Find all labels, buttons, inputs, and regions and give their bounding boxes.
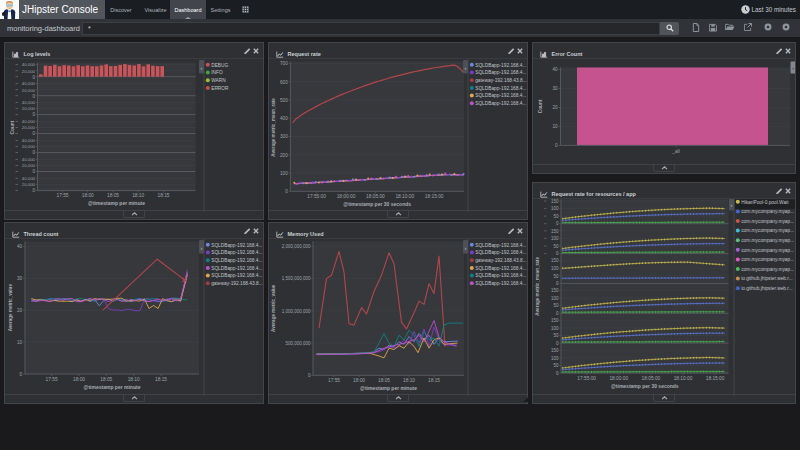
svg-text:INFO: INFO <box>211 70 223 75</box>
svg-text:0: 0 <box>556 251 559 256</box>
svg-text:gateway-192.168.43.8...: gateway-192.168.43.8... <box>475 258 526 263</box>
svg-text:150: 150 <box>551 288 559 293</box>
svg-text:18:10: 18:10 <box>132 193 144 198</box>
svg-text:Average metric_value: Average metric_value <box>8 284 13 332</box>
svg-text:100: 100 <box>551 356 559 361</box>
svg-text:40,000: 40,000 <box>22 62 36 67</box>
svg-text:17:55: 17:55 <box>46 377 58 382</box>
svg-text:@timestamp per minute: @timestamp per minute <box>84 384 141 390</box>
svg-text:40,000: 40,000 <box>22 157 36 162</box>
svg-text:0: 0 <box>308 373 311 378</box>
svg-text:›: › <box>731 202 733 208</box>
svg-text:17:55: 17:55 <box>328 378 340 383</box>
svg-text:@timestamp per minute: @timestamp per minute <box>360 385 417 391</box>
svg-text:0: 0 <box>32 94 35 99</box>
svg-text:@timestamp per 30 seconds: @timestamp per 30 seconds <box>343 201 411 207</box>
svg-text:17:55:00: 17:55:00 <box>307 194 326 199</box>
svg-text:20,000: 20,000 <box>22 182 36 187</box>
svg-text:18:10: 18:10 <box>403 378 415 383</box>
svg-text:SQLDBapp-192.168.4...: SQLDBapp-192.168.4... <box>475 266 526 271</box>
svg-text:0: 0 <box>556 341 559 346</box>
svg-text:io.github.jhipster.web.r...: io.github.jhipster.web.r... <box>741 286 792 291</box>
svg-text:400: 400 <box>280 116 288 121</box>
svg-text:40: 40 <box>552 67 558 72</box>
svg-text:SQLDBapp-192.168.4...: SQLDBapp-192.168.4... <box>475 243 526 248</box>
svg-text:20,000: 20,000 <box>22 69 36 74</box>
svg-text:0: 0 <box>32 188 35 193</box>
svg-text:18:10:00: 18:10:00 <box>395 194 414 199</box>
svg-text:com.mycompany.myap...: com.mycompany.myap... <box>741 257 794 262</box>
svg-text:_all: _all <box>671 149 679 154</box>
svg-text:HikariPool-0.pool.Wait: HikariPool-0.pool.Wait <box>741 200 789 205</box>
svg-text:20,000: 20,000 <box>22 88 36 93</box>
svg-text:150: 150 <box>551 229 559 234</box>
svg-text:1,000,000,000: 1,000,000,000 <box>282 309 311 314</box>
svg-text:50: 50 <box>553 274 559 279</box>
svg-text:18:10: 18:10 <box>128 377 140 382</box>
svg-text:gateway-192.168.43.8...: gateway-192.168.43.8... <box>475 78 526 83</box>
svg-text:18:15: 18:15 <box>428 378 440 383</box>
svg-text:0: 0 <box>19 372 22 377</box>
svg-text:18:00: 18:00 <box>73 377 85 382</box>
svg-text:100: 100 <box>280 171 288 176</box>
svg-text:ERROR: ERROR <box>211 86 229 91</box>
svg-text:›: › <box>201 245 203 251</box>
svg-text:100: 100 <box>551 206 559 211</box>
svg-text:2,000,000,000: 2,000,000,000 <box>282 244 311 249</box>
svg-text:18:00: 18:00 <box>353 378 365 383</box>
svg-text:com.mycompany.myap...: com.mycompany.myap... <box>741 209 794 214</box>
svg-text:SQLDBapp-192.168.4...: SQLDBapp-192.168.4... <box>475 250 526 255</box>
svg-text:40,000: 40,000 <box>22 81 36 86</box>
svg-text:SQLDBapp-192.168.4...: SQLDBapp-192.168.4... <box>475 273 526 278</box>
svg-text:20,000: 20,000 <box>22 144 36 149</box>
svg-text:SQLDBapp-192.168.4...: SQLDBapp-192.168.4... <box>475 86 526 91</box>
svg-text:10: 10 <box>552 124 558 129</box>
svg-text:18:00:00: 18:00:00 <box>609 376 628 381</box>
svg-text:com.mycompany.myap...: com.mycompany.myap... <box>741 267 794 272</box>
svg-text:Average metric_value: Average metric_value <box>271 284 276 332</box>
svg-text:1,500,000,000: 1,500,000,000 <box>282 276 311 281</box>
svg-text:18:10:00: 18:10:00 <box>674 376 693 381</box>
svg-text:SQLDBapp-192.168.4...: SQLDBapp-192.168.4... <box>475 63 526 68</box>
svg-text:100: 100 <box>551 266 559 271</box>
svg-text:18:05:00: 18:05:00 <box>642 376 661 381</box>
svg-text:18:00: 18:00 <box>82 193 94 198</box>
svg-text:0: 0 <box>556 221 559 226</box>
svg-text:150: 150 <box>551 318 559 323</box>
svg-text:0: 0 <box>556 371 559 376</box>
svg-text:30: 30 <box>552 86 558 91</box>
svg-text:600: 600 <box>280 80 288 85</box>
svg-text:WARN: WARN <box>211 78 226 83</box>
svg-text:20: 20 <box>552 105 558 110</box>
svg-text:20,000: 20,000 <box>22 106 36 111</box>
svg-text:SQLDBapp-192.168.4...: SQLDBapp-192.168.4... <box>475 281 526 286</box>
svg-text:40,000: 40,000 <box>22 119 36 124</box>
svg-text:0: 0 <box>556 311 559 316</box>
svg-text:SQLDBapp-192.168.4...: SQLDBapp-192.168.4... <box>475 93 526 98</box>
svg-text:20,000: 20,000 <box>22 125 36 130</box>
svg-text:Average metric_mean_rate: Average metric_mean_rate <box>535 257 540 316</box>
svg-text:50: 50 <box>553 244 559 249</box>
svg-text:0: 0 <box>32 169 35 174</box>
svg-text:@timestamp per minute: @timestamp per minute <box>88 200 145 206</box>
svg-text:700: 700 <box>280 61 288 66</box>
svg-text:›: › <box>465 245 467 251</box>
svg-text:150: 150 <box>551 258 559 263</box>
svg-text:SQLDBapp-192.168.4...: SQLDBapp-192.168.4... <box>211 243 262 248</box>
svg-text:40,000: 40,000 <box>22 138 36 143</box>
svg-text:50: 50 <box>553 363 559 368</box>
svg-text:com.mycompany.myap...: com.mycompany.myap... <box>741 248 794 253</box>
svg-text:18:15:00: 18:15:00 <box>425 194 444 199</box>
svg-text:500,000,000: 500,000,000 <box>285 341 311 346</box>
svg-text:0: 0 <box>32 131 35 136</box>
svg-text:18:05: 18:05 <box>107 193 119 198</box>
svg-text:50: 50 <box>553 214 559 219</box>
svg-text:‹: ‹ <box>792 65 794 71</box>
svg-text:20,000: 20,000 <box>22 163 36 168</box>
svg-text:0: 0 <box>32 150 35 155</box>
svg-text:18:15: 18:15 <box>157 193 169 198</box>
svg-text:SQLDBapp-192.168.4...: SQLDBapp-192.168.4... <box>211 250 262 255</box>
svg-text:40: 40 <box>17 244 23 249</box>
svg-text:›: › <box>201 65 203 71</box>
svg-text:0: 0 <box>555 143 558 148</box>
